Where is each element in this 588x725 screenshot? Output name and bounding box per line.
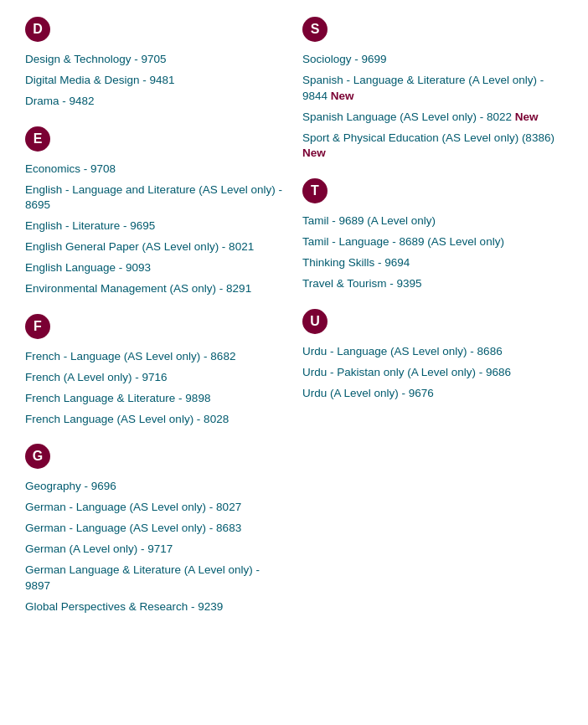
subject-link[interactable]: Global Perspectives & Research - 9239 — [25, 600, 223, 613]
letter-badge-G: G — [25, 444, 50, 469]
new-badge: New — [331, 90, 354, 102]
subject-link[interactable]: Drama - 9482 — [25, 95, 95, 107]
section-header-T: T — [302, 178, 563, 203]
list-item: Digital Media & Design - 9481 — [25, 73, 286, 89]
list-item: Geography - 9696 — [25, 479, 286, 495]
list-item: German - Language (AS Level only) - 8683 — [25, 521, 286, 537]
column-0: DDesign & Technology - 9705Digital Media… — [17, 17, 294, 632]
subject-link[interactable]: French - Language (AS Level only) - 8682 — [25, 350, 235, 362]
subject-link[interactable]: Sociology - 9699 — [302, 53, 387, 65]
list-item: English - Literature - 9695 — [25, 219, 286, 234]
list-item: English Language - 9093 — [25, 260, 286, 276]
items-list-T: Tamil - 9689 (A Level only)Tamil - Langu… — [302, 213, 563, 292]
subject-link[interactable]: Sport & Physical Education (AS Level onl… — [302, 131, 554, 160]
section-header-F: F — [25, 314, 286, 339]
section-F: FFrench - Language (AS Level only) - 868… — [25, 314, 286, 428]
list-item: Urdu - Pakistan only (A Level only) - 96… — [302, 365, 563, 381]
letter-badge-T: T — [302, 178, 328, 203]
subject-link[interactable]: Travel & Tourism - 9395 — [302, 277, 422, 290]
subject-link[interactable]: German (A Level only) - 9717 — [25, 542, 173, 555]
section-E: EEconomics - 9708English - Language and … — [25, 126, 286, 297]
subject-link[interactable]: English - Literature - 9695 — [25, 219, 155, 232]
list-item: French - Language (AS Level only) - 8682 — [25, 349, 286, 365]
column-1: SSociology - 9699Spanish - Language & Li… — [294, 17, 571, 632]
subject-link[interactable]: German Language & Literature (A Level on… — [25, 563, 260, 592]
letter-badge-S: S — [302, 17, 328, 42]
list-item: Travel & Tourism - 9395 — [302, 276, 563, 292]
letter-badge-U: U — [302, 309, 328, 334]
list-item: Drama - 9482 — [25, 94, 286, 110]
list-item: Sport & Physical Education (AS Level onl… — [302, 131, 563, 162]
list-item: German Language & Literature (A Level on… — [25, 563, 286, 594]
new-badge: New — [515, 111, 539, 123]
subject-link[interactable]: French (A Level only) - 9716 — [25, 371, 168, 383]
letter-badge-D: D — [25, 17, 50, 42]
items-list-G: Geography - 9696German - Language (AS Le… — [25, 479, 286, 614]
section-T: TTamil - 9689 (A Level only)Tamil - Lang… — [302, 178, 563, 292]
subject-link[interactable]: Urdu (A Level only) - 9676 — [302, 387, 434, 399]
subject-link[interactable]: Tamil - Language - 8689 (AS Level only) — [302, 235, 504, 248]
list-item: Urdu - Language (AS Level only) - 8686 — [302, 344, 563, 360]
subject-link[interactable]: Thinking Skills - 9694 — [302, 256, 410, 269]
subject-link[interactable]: Digital Media & Design - 9481 — [25, 74, 175, 86]
subject-link[interactable]: English - Language and Literature (AS Le… — [25, 183, 282, 212]
subject-link[interactable]: Urdu - Language (AS Level only) - 8686 — [302, 345, 503, 357]
list-item: French Language (AS Level only) - 8028 — [25, 412, 286, 428]
list-item: Global Perspectives & Research - 9239 — [25, 599, 286, 615]
list-item: German - Language (AS Level only) - 8027 — [25, 500, 286, 516]
section-U: UUrdu - Language (AS Level only) - 8686U… — [302, 309, 563, 402]
list-item: Tamil - Language - 8689 (AS Level only) — [302, 234, 563, 250]
subject-link[interactable]: Spanish Language (AS Level only) - 8022 … — [302, 111, 538, 123]
items-list-D: Design & Technology - 9705Digital Media … — [25, 52, 286, 110]
subject-link[interactable]: English Language - 9093 — [25, 261, 151, 274]
section-header-D: D — [25, 17, 286, 42]
list-item: Thinking Skills - 9694 — [302, 255, 563, 271]
section-D: DDesign & Technology - 9705Digital Media… — [25, 17, 286, 110]
list-item: Spanish - Language & Literature (A Level… — [302, 73, 563, 105]
subject-link[interactable]: Economics - 9708 — [25, 162, 116, 175]
list-item: Economics - 9708 — [25, 162, 286, 177]
section-header-G: G — [25, 444, 286, 469]
list-item: Sociology - 9699 — [302, 52, 563, 68]
letter-badge-F: F — [25, 314, 50, 339]
list-item: Tamil - 9689 (A Level only) — [302, 213, 563, 229]
list-item: French (A Level only) - 9716 — [25, 370, 286, 386]
list-item: French Language & Literature - 9898 — [25, 391, 286, 407]
section-S: SSociology - 9699Spanish - Language & Li… — [302, 17, 563, 162]
section-header-E: E — [25, 126, 286, 152]
list-item: Environmental Management (AS only) - 829… — [25, 281, 286, 297]
list-item: Design & Technology - 9705 — [25, 52, 286, 68]
list-item: Spanish Language (AS Level only) - 8022 … — [302, 110, 563, 126]
subject-link[interactable]: French Language (AS Level only) - 8028 — [25, 413, 229, 425]
subject-link[interactable]: Tamil - 9689 (A Level only) — [302, 214, 436, 227]
subject-link[interactable]: German - Language (AS Level only) - 8683 — [25, 522, 241, 534]
list-item: Urdu (A Level only) - 9676 — [302, 386, 563, 402]
items-list-U: Urdu - Language (AS Level only) - 8686Ur… — [302, 344, 563, 402]
subject-link[interactable]: Design & Technology - 9705 — [25, 53, 167, 65]
items-list-E: Economics - 9708English - Language and L… — [25, 162, 286, 297]
subject-link[interactable]: Environmental Management (AS only) - 829… — [25, 282, 251, 295]
subject-link[interactable]: English General Paper (AS Level only) - … — [25, 240, 254, 253]
subject-link[interactable]: German - Language (AS Level only) - 8027 — [25, 501, 241, 513]
list-item: English General Paper (AS Level only) - … — [25, 239, 286, 255]
section-G: GGeography - 9696German - Language (AS L… — [25, 444, 286, 614]
subject-link[interactable]: Spanish - Language & Literature (A Level… — [302, 74, 544, 102]
section-header-U: U — [302, 309, 563, 334]
list-item: English - Language and Literature (AS Le… — [25, 183, 286, 214]
items-list-F: French - Language (AS Level only) - 8682… — [25, 349, 286, 428]
list-item: German (A Level only) - 9717 — [25, 542, 286, 558]
items-list-S: Sociology - 9699Spanish - Language & Lit… — [302, 52, 563, 162]
new-badge: New — [302, 147, 326, 159]
letter-badge-E: E — [25, 126, 50, 152]
main-columns: DDesign & Technology - 9705Digital Media… — [17, 17, 571, 632]
subject-link[interactable]: Urdu - Pakistan only (A Level only) - 96… — [302, 366, 511, 378]
subject-link[interactable]: Geography - 9696 — [25, 480, 116, 492]
section-header-S: S — [302, 17, 563, 42]
subject-link[interactable]: French Language & Literature - 9898 — [25, 392, 210, 404]
